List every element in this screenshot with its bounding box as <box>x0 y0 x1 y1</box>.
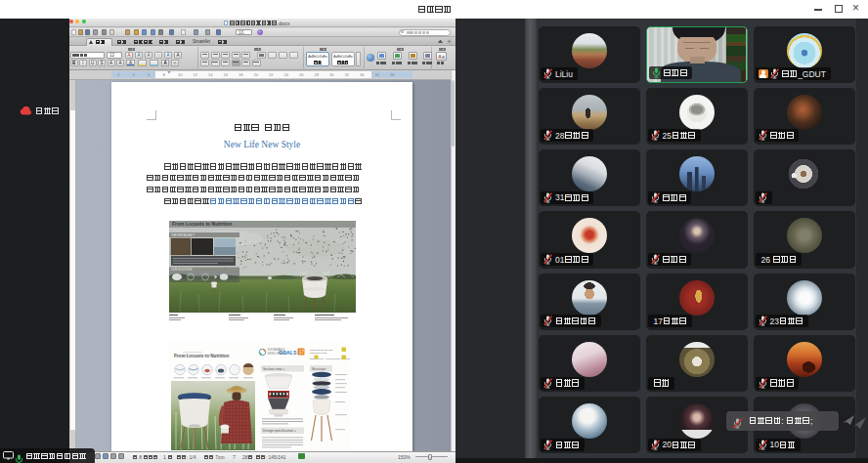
svg-text:From Locusts to Nutrition: From Locusts to Nutrition <box>174 354 230 358</box>
svg-text:THE PROBLEM ?: THE PROBLEM ? <box>171 232 195 236</box>
svg-text:Structure: Structure <box>312 367 326 371</box>
svg-text:Design specification +: Design specification + <box>263 429 296 433</box>
svg-text:Food become the food: Food become the food <box>326 358 350 360</box>
svg-text:GOALS: GOALS <box>279 350 297 356</box>
svg-text:OUR SOLUTION: OUR SOLUTION <box>171 268 192 272</box>
svg-text:protected crops: protected crops <box>310 352 327 355</box>
svg-text:From Locusts to Nutrition: From Locusts to Nutrition <box>172 221 232 227</box>
svg-text:17: 17 <box>299 350 305 355</box>
svg-text:Section view +: Section view + <box>263 367 285 371</box>
